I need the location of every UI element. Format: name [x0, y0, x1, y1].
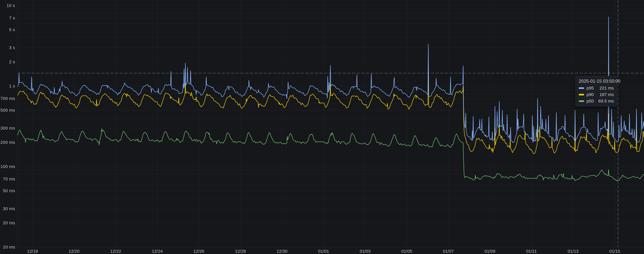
x-axis-label: 01/05 [395, 249, 418, 254]
y-axis-label: 50 ms [0, 188, 15, 193]
p95-series-value: 221 ms [600, 85, 614, 91]
x-axis-label: 12/24 [146, 249, 169, 254]
x-axis-label: 01/07 [437, 249, 460, 254]
y-axis-label: 2 s [0, 59, 15, 64]
time-series-plot[interactable] [0, 0, 644, 254]
x-axis-label: 12/30 [270, 249, 294, 254]
y-axis-label: 30 ms [0, 206, 15, 211]
latency-dashboard: { "panel": {"name": "response-time-perce… [0, 0, 644, 254]
y-axis-label: 300 ms [0, 126, 15, 131]
tooltip-timestamp: 2025-01-15 03:50:00 [579, 78, 614, 84]
y-axis-label: 10 s [0, 3, 15, 8]
y-axis-label: 3 s [0, 45, 15, 50]
p95-series-swatch [579, 87, 584, 89]
tooltip-row-p95: p95 221 ms [579, 85, 614, 91]
y-axis-label: 500 ms [0, 108, 15, 113]
x-axis-label: 12/28 [229, 249, 252, 254]
p90-series-value: 167 ms [600, 92, 614, 97]
p50-series-swatch [579, 100, 584, 102]
y-axis-label: 7 s [0, 15, 15, 20]
x-axis-label: 12/26 [187, 249, 210, 254]
x-axis-label: 12/20 [62, 249, 86, 254]
p90-series-label: p90 [586, 92, 594, 97]
p50-series-label: p50 [586, 99, 594, 104]
x-axis-label: 12/22 [104, 249, 127, 254]
y-axis-label: 200 ms [0, 140, 15, 145]
x-axis-label: 01/03 [354, 249, 377, 254]
y-axis-label: 70 ms [0, 176, 15, 181]
y-axis-label: 10 ms [0, 245, 15, 250]
y-axis-label: 1 s [0, 84, 15, 89]
tooltip-row-p50: p50 69.5 ms [579, 99, 614, 104]
p50-series-value: 69.5 ms [598, 99, 614, 104]
latency-chart-panel: 10 s7 s5 s3 s2 s1 s700 ms500 ms300 ms200… [0, 0, 644, 254]
y-axis-label: 700 ms [0, 96, 15, 101]
x-axis-label: 01/01 [312, 249, 335, 254]
x-axis-label: 01/15 [603, 249, 626, 254]
hover-tooltip: 2025-01-15 03:50:00 p95 221 ms p90 167 m… [575, 76, 617, 107]
x-axis-label: 01/11 [520, 249, 543, 254]
x-axis-label: 01/09 [478, 249, 502, 254]
x-axis-label: 12/18 [21, 249, 44, 254]
y-axis-label: 20 ms [0, 220, 15, 225]
p95-series-label: p95 [586, 85, 594, 91]
tooltip-row-p90: p90 167 ms [579, 92, 614, 97]
y-axis-label: 5 s [0, 27, 15, 32]
p90-series-swatch [579, 94, 584, 95]
y-axis-label: 100 ms [0, 164, 15, 169]
x-axis-label: 01/13 [562, 249, 585, 254]
